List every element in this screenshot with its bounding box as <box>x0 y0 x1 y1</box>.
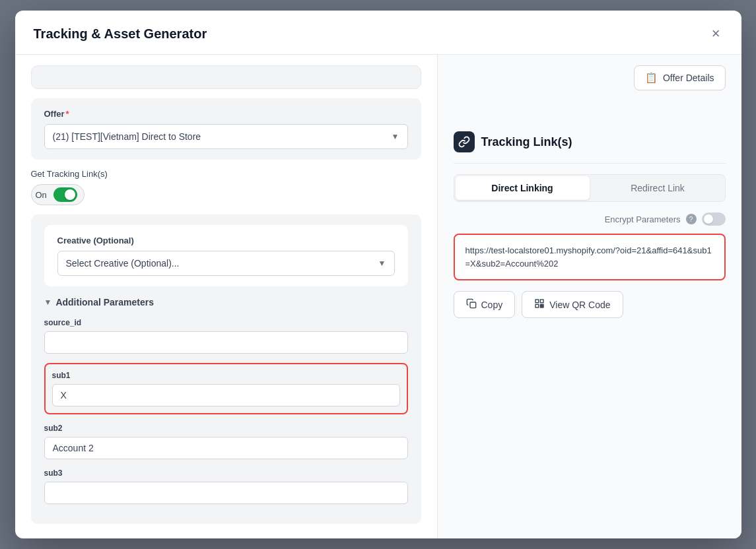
tracking-link-label: Get Tracking Link(s) <box>31 169 421 179</box>
svg-rect-2 <box>541 300 544 303</box>
offer-label: Offer* <box>44 109 408 119</box>
offer-details-label: Offer Details <box>663 73 714 83</box>
modal-header: Tracking & Asset Generator × <box>15 11 741 55</box>
sub2-field: sub2 <box>44 424 408 459</box>
offer-section: Offer* (21) [TEST][Vietnam] Direct to St… <box>31 98 421 160</box>
additional-params-header[interactable]: ▼ Additional Parameters <box>44 297 408 307</box>
creative-select-wrapper: Select Creative (Optional)... ▼ <box>57 251 395 276</box>
encrypt-help-icon[interactable]: ? <box>686 214 697 224</box>
tracking-url: https://test-localstore01.myshopify.com/… <box>465 245 712 269</box>
tab-redirect-link[interactable]: Redirect Link <box>591 175 725 201</box>
offer-details-button[interactable]: 📋 Offer Details <box>634 65 726 90</box>
modal-title: Tracking & Asset Generator <box>34 26 207 42</box>
sub1-label: sub1 <box>52 371 400 380</box>
source-id-input[interactable] <box>44 331 408 354</box>
tab-direct-linking[interactable]: Direct Linking <box>456 176 590 200</box>
svg-rect-4 <box>541 304 542 306</box>
qr-icon <box>534 298 545 311</box>
svg-rect-3 <box>535 304 539 307</box>
action-buttons: Copy View QR Code <box>454 291 726 318</box>
toggle-section: Get Tracking Link(s) On <box>31 169 421 205</box>
inner-section: Creative (Optional) Select Creative (Opt… <box>31 214 421 524</box>
creative-section: Creative (Optional) Select Creative (Opt… <box>44 225 408 286</box>
svg-rect-7 <box>542 304 543 306</box>
copy-icon <box>466 298 477 311</box>
sub3-label: sub3 <box>44 468 408 478</box>
url-box: https://test-localstore01.myshopify.com/… <box>454 234 726 280</box>
tracking-links-title: Tracking Link(s) <box>481 135 572 149</box>
modal: Tracking & Asset Generator × Offer* (21)… <box>15 11 741 538</box>
sub2-label: sub2 <box>44 424 408 433</box>
divider <box>454 163 726 164</box>
encrypt-toggle[interactable] <box>702 212 726 226</box>
sub1-input[interactable] <box>52 384 400 406</box>
additional-params-label: Additional Parameters <box>55 297 154 307</box>
modal-overlay: Tracking & Asset Generator × Offer* (21)… <box>0 0 756 549</box>
offer-details-icon: 📋 <box>645 72 658 84</box>
svg-rect-0 <box>470 302 476 308</box>
tab-group: Direct Linking Redirect Link <box>454 174 726 202</box>
qr-label: View QR Code <box>549 300 610 310</box>
left-panel: Offer* (21) [TEST][Vietnam] Direct to St… <box>15 55 438 538</box>
copy-label: Copy <box>481 300 503 310</box>
chevron-icon: ▼ <box>44 298 52 307</box>
tracking-links-icon <box>454 131 475 152</box>
offer-select[interactable]: (21) [TEST][Vietnam] Direct to Store <box>45 125 407 148</box>
view-qr-button[interactable]: View QR Code <box>522 291 623 318</box>
svg-rect-5 <box>542 306 543 307</box>
source-id-label: source_id <box>44 318 408 327</box>
toggle-switch[interactable] <box>53 187 77 202</box>
encrypt-label: Encrypt Parameters <box>605 214 681 224</box>
sub3-field: sub3 <box>44 468 408 504</box>
svg-rect-1 <box>535 300 539 303</box>
sub2-input[interactable] <box>44 437 408 459</box>
modal-body: Offer* (21) [TEST][Vietnam] Direct to St… <box>15 55 741 538</box>
sub3-input[interactable] <box>44 482 408 504</box>
source-id-field: source_id <box>44 318 408 354</box>
close-button[interactable]: × <box>709 24 723 44</box>
sub1-field-highlighted: sub1 <box>44 363 408 414</box>
svg-rect-6 <box>541 306 542 307</box>
encrypt-row: Encrypt Parameters ? <box>454 212 726 226</box>
creative-select[interactable]: Select Creative (Optional)... <box>58 251 394 275</box>
copy-button[interactable]: Copy <box>454 291 516 318</box>
toggle-row: On <box>31 184 85 205</box>
right-panel: 📋 Offer Details Tracking Link(s) <box>438 55 741 538</box>
creative-label: Creative (Optional) <box>57 236 395 245</box>
top-truncated-content <box>31 65 421 89</box>
offer-select-wrapper: (21) [TEST][Vietnam] Direct to Store ▼ <box>44 124 408 149</box>
tracking-links-header: Tracking Link(s) <box>454 131 726 152</box>
toggle-on-text: On <box>36 190 47 200</box>
